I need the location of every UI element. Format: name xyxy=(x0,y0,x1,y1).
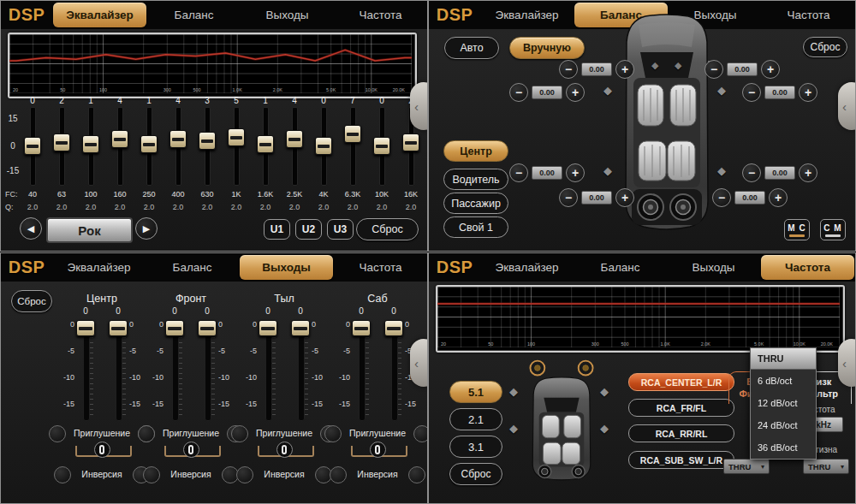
cm-button[interactable]: C M xyxy=(820,219,846,240)
eq-band-handle[interactable] xyxy=(140,135,158,153)
plus-button[interactable]: + xyxy=(566,83,585,102)
output-slider-handle[interactable] xyxy=(76,320,95,336)
tab-frequency[interactable]: Частота xyxy=(334,253,427,282)
plus-button[interactable]: + xyxy=(799,163,817,182)
tab-balance[interactable]: Баланс xyxy=(147,1,241,29)
minus-button[interactable]: − xyxy=(704,60,723,79)
output-slider-handle[interactable] xyxy=(109,320,128,336)
preset-next-button[interactable]: ▶ xyxy=(135,217,158,240)
balance-value: 0.00 xyxy=(764,86,795,99)
balance-preset-3-button[interactable]: Пассажир xyxy=(443,193,508,214)
tab-balance[interactable]: Баланс xyxy=(574,253,667,282)
tab-outputs[interactable]: Выходы xyxy=(667,253,760,282)
output-slider-handle[interactable] xyxy=(198,320,217,336)
slope-select-left[interactable]: THRU ▾ xyxy=(723,459,770,474)
preset-prev-button[interactable]: ◀ xyxy=(20,217,42,240)
invert-right-toggle[interactable] xyxy=(408,466,425,483)
eq-band-handle[interactable] xyxy=(315,137,332,155)
mute-label: Приглушение xyxy=(150,428,232,438)
slide-out-handle[interactable]: ‹ xyxy=(838,82,856,130)
eq-band-handle[interactable] xyxy=(24,137,41,155)
rca-channel-3-button[interactable]: RCA_RR/RL xyxy=(628,424,734,442)
balance-preset-1-button[interactable]: Центр xyxy=(443,140,508,162)
minus-button[interactable]: − xyxy=(742,83,761,102)
config-5-1-button[interactable]: 5.1 xyxy=(449,381,502,403)
plus-button[interactable]: + xyxy=(615,188,634,207)
slope-option-2[interactable]: 12 dB/oct xyxy=(751,392,816,414)
tab-balance[interactable]: Баланс xyxy=(146,253,239,282)
tab-equalizer[interactable]: Эквалайзер xyxy=(53,3,146,27)
tab-equalizer[interactable]: Эквалайзер xyxy=(480,253,574,282)
eq-band-handle[interactable] xyxy=(199,132,216,150)
tab-frequency[interactable]: Частота xyxy=(761,255,854,280)
plus-button[interactable]: + xyxy=(769,188,788,207)
eq-band-track[interactable] xyxy=(350,107,356,186)
tab-frequency[interactable]: Частота xyxy=(334,1,427,29)
mc-button[interactable]: M C xyxy=(784,219,810,240)
slide-out-handle[interactable]: ‹ xyxy=(410,339,428,387)
plus-button[interactable]: + xyxy=(566,163,585,182)
rca-channel-1-button[interactable]: RCA_CENTER_L/R xyxy=(628,373,734,391)
minus-button[interactable]: − xyxy=(712,188,731,207)
minus-button[interactable]: − xyxy=(742,163,761,182)
rca-channel-4-button[interactable]: RCA_SUB_SW_L/R xyxy=(628,451,734,469)
minus-button[interactable]: − xyxy=(509,163,528,182)
eq-band-handle[interactable] xyxy=(53,133,70,151)
frequency-reset-button[interactable]: Сброс xyxy=(449,463,502,485)
rca-channel-2-button[interactable]: RCA_FR/FL xyxy=(628,399,734,417)
minus-button[interactable]: − xyxy=(509,83,528,102)
balance-manual-button[interactable]: Вручную xyxy=(509,37,585,59)
eq-band-handle[interactable] xyxy=(402,133,419,151)
balance-preset-4-button[interactable]: Свой 1 xyxy=(443,216,508,238)
eq-band-q: 2.0 xyxy=(282,203,307,211)
link-channels-toggle[interactable] xyxy=(183,442,199,458)
output-slider-handle[interactable] xyxy=(165,320,184,336)
tab-outputs[interactable]: Выходы xyxy=(240,255,333,280)
eq-reset-button[interactable]: Сброс xyxy=(356,218,419,240)
slide-out-handle[interactable]: ‹ xyxy=(838,339,856,387)
output-slider-handle[interactable] xyxy=(259,320,277,336)
plus-button[interactable]: + xyxy=(615,60,634,79)
minus-button[interactable]: − xyxy=(559,60,578,79)
eq-band-handle[interactable] xyxy=(373,137,390,155)
tab-frequency[interactable]: Частота xyxy=(762,1,855,29)
tab-outputs[interactable]: Выходы xyxy=(241,1,334,29)
output-slider-handle[interactable] xyxy=(291,320,310,336)
plus-button[interactable]: + xyxy=(761,60,780,79)
config-3-1-button[interactable]: 3.1 xyxy=(449,436,502,458)
eq-band-handle[interactable] xyxy=(257,135,274,153)
config-2-1-button[interactable]: 2.1 xyxy=(449,408,502,430)
eq-band-handle[interactable] xyxy=(286,130,303,148)
outputs-reset-button[interactable]: Сброс xyxy=(11,290,52,312)
link-channels-toggle[interactable] xyxy=(370,442,386,458)
output-slider-handle[interactable] xyxy=(352,320,371,336)
slope-option-1[interactable]: 6 dB/oct xyxy=(751,370,816,392)
minus-button[interactable]: − xyxy=(559,188,578,207)
eq-band-handle[interactable] xyxy=(82,135,99,153)
user-preset-u2-button[interactable]: U2 xyxy=(295,219,322,240)
tab-equalizer[interactable]: Эквалайзер xyxy=(52,253,146,282)
eq-band-handle[interactable] xyxy=(228,128,245,146)
user-preset-u3-button[interactable]: U3 xyxy=(327,219,354,240)
balance-auto-button[interactable]: Авто xyxy=(444,37,499,59)
eq-band-track[interactable] xyxy=(234,107,240,186)
user-preset-u1-button[interactable]: U1 xyxy=(264,219,290,240)
link-channels-toggle[interactable] xyxy=(276,442,293,458)
slope-option-4[interactable]: 36 dB/oct xyxy=(751,436,816,459)
link-channels-toggle[interactable] xyxy=(94,442,110,458)
slope-select-right[interactable]: THRU ▾ xyxy=(803,459,849,474)
eq-band-handle[interactable] xyxy=(111,130,128,148)
plus-button[interactable]: + xyxy=(799,83,817,102)
tab-equalizer[interactable]: Эквалайзер xyxy=(480,1,574,29)
slope-option-3[interactable]: 24 dB/oct xyxy=(751,414,816,436)
balance-preset-2-button[interactable]: Водитель xyxy=(443,169,508,190)
eq-band-handle[interactable] xyxy=(344,125,361,143)
cm-underline xyxy=(825,234,841,237)
output-slider-value: 0 xyxy=(198,306,217,316)
slope-dropdown-selected[interactable]: THRU xyxy=(750,347,817,370)
eq-band-handle[interactable] xyxy=(169,130,187,148)
output-slider-handle[interactable] xyxy=(384,320,403,336)
balance-reset-button[interactable]: Сброс xyxy=(803,37,847,57)
slide-out-handle[interactable]: ‹ xyxy=(410,82,428,130)
mute-right-toggle[interactable] xyxy=(413,425,428,442)
